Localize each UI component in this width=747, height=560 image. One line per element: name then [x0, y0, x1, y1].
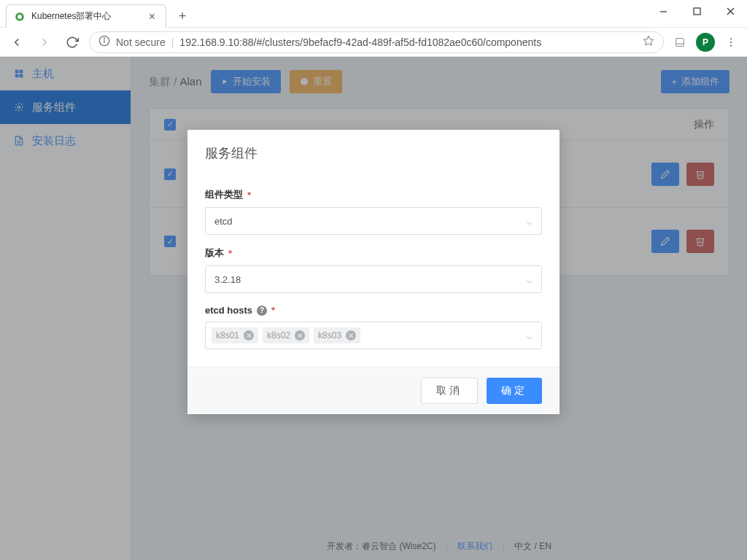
svg-point-13	[730, 41, 732, 42]
component-modal: 服务组件 组件类型 * etcd ⌵ 版本 * 3.2.18 ⌵	[187, 130, 560, 414]
window-minimize-button[interactable]	[646, 0, 680, 22]
modal-overlay[interactable]: 服务组件 组件类型 * etcd ⌵ 版本 * 3.2.18 ⌵	[0, 57, 747, 560]
field-component-type: 组件类型 * etcd ⌵	[205, 188, 542, 235]
version-select[interactable]: 3.2.18 ⌵	[205, 265, 542, 293]
tag-remove-icon[interactable]: ✕	[244, 330, 254, 341]
required-mark: *	[271, 305, 275, 316]
tag-remove-icon[interactable]: ✕	[346, 330, 356, 341]
required-mark: *	[247, 190, 251, 201]
url-text: 192.168.9.10:88/#/clusters/9befacf9-42ad…	[179, 36, 637, 48]
browser-menu-button[interactable]	[721, 32, 741, 52]
svg-rect-10	[676, 38, 684, 46]
nav-reload-button[interactable]	[61, 31, 83, 53]
tab-favicon	[14, 11, 26, 23]
app-root: 主机 服务组件 安装日志 集群 / Alan 开始安装 重置	[0, 57, 747, 560]
required-mark: *	[228, 248, 232, 259]
nav-back-button[interactable]	[6, 31, 28, 53]
field-etcd-hosts: etcd hosts ? * k8s01✕ k8s02✕ k8s03✕ ⌵	[205, 305, 542, 349]
host-tag: k8s01✕	[212, 327, 258, 343]
host-tag: k8s02✕	[263, 327, 309, 343]
profile-avatar[interactable]: P	[696, 33, 715, 52]
info-icon	[98, 35, 110, 49]
field-version: 版本 * 3.2.18 ⌵	[205, 246, 542, 293]
security-status: Not secure	[116, 36, 166, 48]
confirm-button[interactable]: 确定	[487, 378, 542, 404]
star-icon[interactable]	[643, 35, 654, 49]
tag-remove-icon[interactable]: ✕	[295, 330, 305, 341]
chevron-down-icon: ⌵	[527, 330, 533, 341]
window-close-button[interactable]	[713, 0, 747, 22]
browser-toolbar: Not secure | 192.168.9.10:88/#/clusters/…	[0, 28, 747, 57]
chevron-down-icon: ⌵	[527, 274, 533, 285]
svg-point-1	[18, 15, 22, 19]
tab-close-icon[interactable]: ×	[146, 10, 158, 23]
svg-point-8	[104, 38, 104, 39]
window-maximize-button[interactable]	[680, 0, 713, 22]
chevron-down-icon: ⌵	[527, 216, 533, 227]
browser-tab[interactable]: Kubernetes部署中心 ×	[6, 4, 166, 28]
cancel-button[interactable]: 取消	[421, 378, 478, 404]
etcd-hosts-select[interactable]: k8s01✕ k8s02✕ k8s03✕ ⌵	[205, 322, 542, 349]
new-tab-button[interactable]: +	[172, 6, 193, 26]
help-icon[interactable]: ?	[257, 306, 267, 316]
modal-title: 服务组件	[187, 130, 560, 169]
extension-icon[interactable]	[670, 32, 690, 52]
svg-rect-3	[694, 8, 700, 15]
nav-forward-button[interactable]	[34, 31, 55, 53]
component-type-select[interactable]: etcd ⌵	[205, 207, 542, 235]
browser-tab-strip: Kubernetes部署中心 × +	[0, 0, 747, 28]
address-bar[interactable]: Not secure | 192.168.9.10:88/#/clusters/…	[89, 31, 664, 53]
tab-title: Kubernetes部署中心	[31, 10, 146, 23]
svg-point-14	[730, 44, 732, 46]
svg-point-12	[730, 38, 732, 39]
host-tag: k8s03✕	[314, 327, 360, 343]
svg-marker-9	[643, 36, 653, 45]
